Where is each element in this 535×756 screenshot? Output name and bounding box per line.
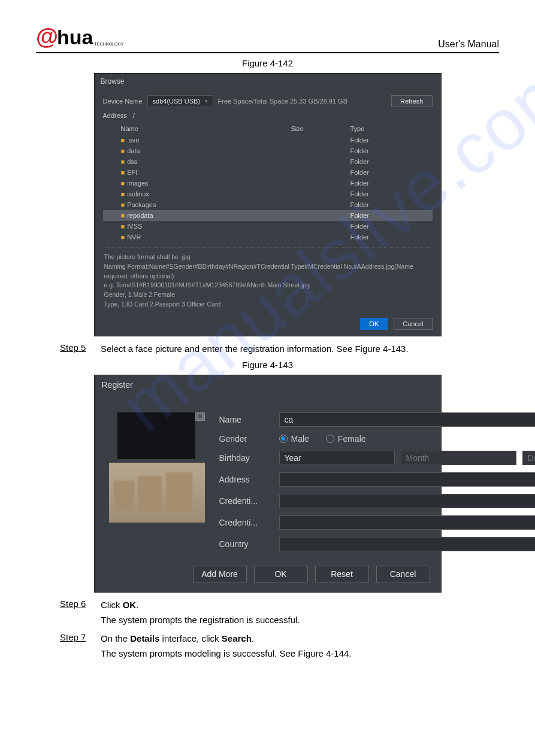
- step-6-label: Step 6: [60, 599, 92, 609]
- table-row[interactable]: ■repodataFolder: [103, 210, 433, 221]
- page-header: @ hua TECHNOLOGY User's Manual: [36, 24, 499, 53]
- year-input[interactable]: [279, 451, 395, 465]
- step-6-after: The system prompts the registration is s…: [101, 614, 499, 626]
- close-icon[interactable]: ✕: [195, 412, 205, 421]
- table-row[interactable]: ■imagesFolder: [103, 178, 433, 189]
- file-size-cell: [288, 135, 347, 145]
- step-7-after: The system prompts modeling is successfu…: [101, 647, 499, 660]
- folder-icon: ■: [121, 223, 125, 230]
- file-type-cell: Folder: [347, 189, 433, 199]
- address-label: Address: [219, 475, 273, 484]
- table-row[interactable]: ■IVSSFolder: [103, 221, 433, 232]
- file-name-cell: ■EFI: [103, 167, 288, 178]
- table-row[interactable]: ■isolinuxFolder: [103, 189, 433, 199]
- preview-blank: [117, 412, 195, 459]
- hint-line-2: Naming Format:Name#SGender#BBirthday#NRe…: [104, 262, 431, 281]
- register-footer: Add More OK Reset Cancel: [95, 562, 441, 592]
- credential-type-select[interactable]: ▾: [279, 494, 536, 508]
- register-form: Name Gender Male Female Birthday: [219, 412, 536, 551]
- country-label: Country: [219, 539, 273, 549]
- name-label: Name: [219, 415, 273, 424]
- cancel-button[interactable]: Cancel: [376, 566, 430, 582]
- date-input[interactable]: [522, 451, 536, 465]
- file-name-cell: ■.svn: [103, 135, 288, 145]
- file-type-cell: Folder: [347, 210, 433, 221]
- country-select[interactable]: ▾: [279, 537, 536, 551]
- file-table-header: Name Size Type: [103, 123, 433, 135]
- step-7-text: On the Details interface, click Search.: [101, 632, 499, 645]
- file-size-cell: [288, 156, 347, 167]
- folder-icon: ■: [121, 147, 125, 154]
- step-7-t3: .: [252, 633, 254, 643]
- browse-title: Browse: [95, 74, 441, 89]
- hint-line-3: e.g. Tom#S1#B19900101#NUS#T1#M123456789#…: [104, 281, 431, 290]
- address-label: Address: [103, 112, 127, 119]
- step-6-suffix: .: [136, 600, 138, 610]
- table-row[interactable]: ■NVRFolder: [103, 232, 433, 242]
- credential-type-label: Credenti...: [219, 496, 273, 506]
- table-row[interactable]: ■.svnFolder: [103, 135, 433, 145]
- folder-icon: ■: [121, 201, 125, 208]
- file-name-cell: ■dss: [103, 156, 288, 167]
- male-radio[interactable]: Male: [279, 434, 309, 444]
- add-more-button[interactable]: Add More: [193, 566, 247, 582]
- female-label: Female: [338, 434, 366, 444]
- preview-image: [109, 463, 205, 523]
- step-6-bold: OK: [123, 600, 137, 610]
- address-value: /: [133, 112, 135, 119]
- table-row[interactable]: ■PackagesFolder: [103, 199, 433, 210]
- table-row[interactable]: ■EFIFolder: [103, 167, 433, 178]
- col-type: Type: [347, 123, 433, 135]
- col-size: Size: [288, 123, 347, 135]
- step-7-b1: Details: [130, 633, 159, 643]
- folder-icon: ■: [121, 169, 125, 176]
- table-row[interactable]: ■dataFolder: [103, 145, 433, 156]
- ok-button[interactable]: OK: [254, 566, 308, 582]
- step-7-t1: On the: [101, 633, 130, 643]
- device-select[interactable]: sdb4(USB USB) ▾: [147, 95, 213, 107]
- ok-button[interactable]: OK: [360, 318, 388, 330]
- folder-icon: ■: [121, 158, 125, 165]
- step-6: Step 6 Click OK.: [60, 599, 499, 611]
- file-name-cell: ■isolinux: [103, 189, 288, 199]
- file-size-cell: [288, 167, 347, 178]
- hint-line-4: Gender, 1.Male 2.Female: [104, 290, 431, 300]
- folder-icon: ■: [121, 180, 125, 187]
- file-type-cell: Folder: [347, 167, 433, 178]
- gender-label: Gender: [219, 434, 273, 444]
- step-7-t2: interface, click: [159, 633, 221, 643]
- file-size-cell: [288, 145, 347, 156]
- file-name-cell: ■NVR: [103, 232, 288, 242]
- file-type-cell: Folder: [347, 135, 433, 145]
- file-size-cell: [288, 189, 347, 199]
- file-type-cell: Folder: [347, 199, 433, 210]
- step-7: Step 7 On the Details interface, click S…: [60, 632, 499, 645]
- female-radio[interactable]: Female: [326, 434, 366, 444]
- space-text: Free Space/Total Space 25.33 GB/28.91 GB: [218, 98, 386, 105]
- table-row[interactable]: ■dssFolder: [103, 156, 433, 167]
- credential-no-row: Credenti...: [219, 515, 536, 530]
- file-table: Name Size Type ■.svnFolder■dataFolder■ds…: [103, 123, 433, 242]
- folder-icon: ■: [121, 190, 125, 198]
- refresh-button[interactable]: Refresh: [391, 95, 433, 107]
- step-6-prefix: Click: [101, 600, 123, 610]
- step-7-label: Step 7: [60, 632, 92, 642]
- cancel-button[interactable]: Cancel: [394, 318, 432, 330]
- logo: @ hua TECHNOLOGY: [36, 24, 124, 50]
- browse-dialog: Browse Device Name sdb4(USB USB) ▾ Free …: [94, 73, 442, 336]
- month-input[interactable]: [401, 451, 516, 465]
- credential-type-row: Credenti... ▾: [219, 494, 536, 508]
- register-dialog: Register ✕ Name Gender: [94, 375, 442, 593]
- file-size-cell: [288, 199, 347, 210]
- name-input[interactable]: [279, 412, 536, 427]
- figure-142-caption: Figure 4-142: [36, 58, 499, 68]
- file-name-cell: ■images: [103, 178, 288, 189]
- hint-box: The picture format shall be .jpg Naming …: [103, 247, 433, 311]
- credential-no-label: Credenti...: [219, 518, 273, 527]
- browse-body: Device Name sdb4(USB USB) ▾ Free Space/T…: [95, 89, 441, 313]
- device-row: Device Name sdb4(USB USB) ▾ Free Space/T…: [103, 95, 433, 107]
- address-input[interactable]: [279, 472, 536, 487]
- manual-title: User's Manual: [438, 39, 499, 50]
- reset-button[interactable]: Reset: [315, 566, 369, 582]
- credential-no-input[interactable]: [279, 515, 536, 530]
